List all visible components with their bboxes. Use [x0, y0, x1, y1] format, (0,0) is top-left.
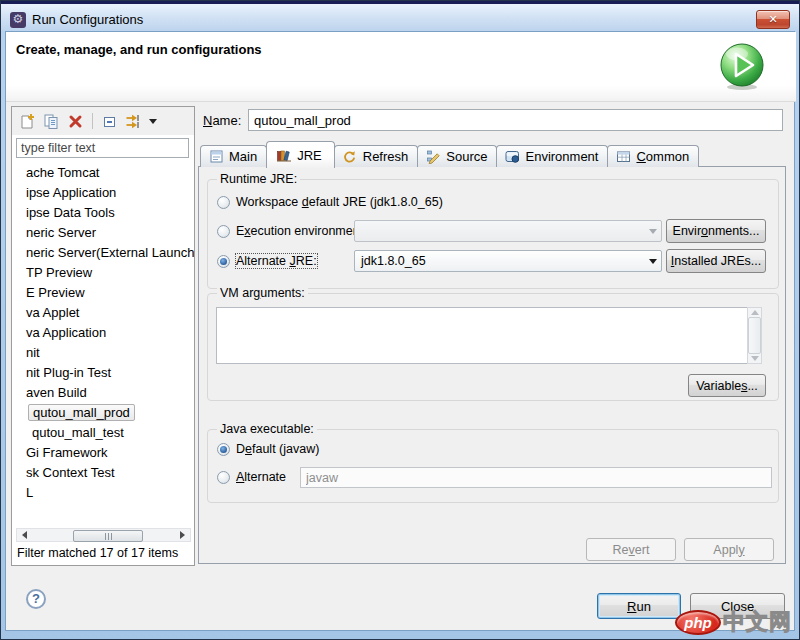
close-button[interactable]: Close [690, 593, 785, 619]
scroll-up-icon[interactable] [751, 310, 759, 315]
alternate-jre-radio[interactable] [217, 255, 230, 268]
alternate-jre-option: Alternate JRE: [217, 254, 317, 268]
banner-title: Create, manage, and run configurations [16, 42, 262, 57]
scrollbar-thumb[interactable] [748, 317, 761, 354]
tab-refresh[interactable]: Refresh [334, 145, 419, 167]
runtime-jre-group: Runtime JRE: Workspace default JRE (jdk1… [207, 179, 779, 289]
tab-bar: Main JRE Refresh [200, 140, 698, 167]
help-button[interactable]: ? [26, 589, 46, 609]
alternate-executable-input[interactable] [300, 467, 772, 488]
collapse-all-icon[interactable] [100, 112, 119, 131]
tree-item[interactable]: E Preview [12, 283, 194, 303]
toolbar-menu-caret-icon[interactable] [149, 119, 157, 124]
tree-item[interactable]: nit [12, 343, 194, 363]
tree-toolbar [12, 107, 194, 135]
java-executable-group: Java executable: Default (javaw) Alterna… [207, 429, 779, 503]
tree-horizontal-scrollbar[interactable] [16, 528, 191, 542]
alternate-executable-radio[interactable] [217, 471, 230, 484]
run-orb-icon [718, 42, 766, 93]
tab-common[interactable]: Common [607, 145, 699, 167]
variables-button[interactable]: Variables... [688, 374, 766, 397]
alternate-executable-option: Alternate [217, 470, 286, 484]
refresh-tab-icon [342, 149, 358, 165]
execution-environment-combo[interactable] [354, 220, 662, 242]
new-launch-configuration-icon[interactable] [18, 112, 37, 131]
vm-arguments-scrollbar[interactable] [747, 307, 762, 364]
tree-item[interactable]: sk Context Test [12, 463, 194, 483]
app-gear-icon: ⚙ [10, 12, 26, 28]
toolbar-separator [92, 113, 93, 129]
name-label: Name: [203, 113, 241, 128]
configuration-tree: ache Tomcat ipse Application ipse Data T… [12, 163, 194, 503]
tree-item[interactable]: neric Server [12, 223, 194, 243]
titlebar: ⚙ Run Configurations ✕ [1, 1, 799, 31]
environment-tab-icon [504, 149, 520, 165]
vm-arguments-group: VM arguments: Variables... [207, 293, 779, 401]
tree-item[interactable]: aven Build [12, 383, 194, 403]
tree-item[interactable]: ipse Application [12, 183, 194, 203]
scroll-right-icon[interactable] [175, 529, 190, 541]
combo-caret-icon [649, 229, 657, 234]
tree-item[interactable]: L [12, 483, 194, 503]
vm-arguments-label: VM arguments: [217, 286, 308, 300]
main-tab-icon [208, 149, 224, 165]
tab-source[interactable]: Source [417, 145, 497, 167]
scroll-left-icon[interactable] [17, 529, 32, 541]
run-configurations-dialog: ⚙ Run Configurations ✕ Create, manage, a… [0, 0, 800, 640]
filter-status-text: Filter matched 17 of 17 items [17, 546, 178, 560]
name-input[interactable] [248, 109, 783, 131]
delete-configuration-icon[interactable] [66, 112, 85, 131]
tree-item[interactable]: Gi Framework [12, 443, 194, 463]
execution-environment-option: Execution environment: [217, 224, 367, 238]
tree-item[interactable]: nit Plug-in Test [12, 363, 194, 383]
tree-item[interactable]: TP Preview [12, 263, 194, 283]
common-tab-icon [615, 149, 631, 165]
tree-item[interactable]: ache Tomcat [12, 163, 194, 183]
close-icon: ✕ [768, 13, 777, 25]
duplicate-configuration-icon[interactable] [42, 112, 61, 131]
close-window-button[interactable]: ✕ [756, 10, 790, 29]
scroll-down-icon[interactable] [751, 356, 759, 361]
filter-icon[interactable] [124, 112, 143, 131]
combo-caret-icon [649, 259, 657, 264]
workspace-default-jre-option: Workspace default JRE (jdk1.8.0_65) [217, 195, 443, 209]
alternate-jre-combo[interactable]: jdk1.8.0_65 [354, 250, 662, 272]
dialog-client-area: Create, manage, and run configurations [5, 31, 795, 631]
tree-item[interactable]: va Applet [12, 303, 194, 323]
runtime-jre-label: Runtime JRE: [217, 172, 300, 186]
filter-input[interactable] [16, 138, 189, 158]
default-javaw-radio[interactable] [217, 443, 230, 456]
tree-item[interactable]: va Application [12, 323, 194, 343]
revert-button[interactable]: Revert [586, 538, 676, 561]
window-title: Run Configurations [32, 12, 143, 27]
tab-environment[interactable]: Environment [496, 145, 608, 167]
config-tree-panel: ache Tomcat ipse Application ipse Data T… [11, 106, 195, 566]
workspace-default-jre-radio[interactable] [217, 196, 230, 209]
run-button[interactable]: Run [597, 593, 681, 619]
tree-item[interactable]: ipse Data Tools [12, 203, 194, 223]
java-executable-label: Java executable: [217, 422, 317, 436]
scrollbar-thumb[interactable] [73, 530, 143, 542]
tree-item[interactable]: neric Server(External Launch) [12, 243, 194, 263]
source-tab-icon [425, 149, 441, 165]
jre-tab-icon [276, 147, 292, 163]
tab-jre[interactable]: JRE [266, 141, 335, 168]
vm-arguments-textarea[interactable] [216, 307, 747, 364]
apply-button[interactable]: Apply [684, 538, 774, 561]
environments-button[interactable]: Environments... [666, 219, 766, 243]
tab-main[interactable]: Main [200, 145, 267, 167]
installed-jres-button[interactable]: Installed JREs... [666, 249, 766, 273]
tree-item[interactable]: qutou_mall_test [12, 423, 194, 443]
tree-item-selected[interactable]: qutou_mall_prod [12, 403, 194, 423]
header-banner: Create, manage, and run configurations [6, 32, 796, 102]
configuration-form-panel: Name: Main JRE [198, 106, 788, 564]
execution-environment-radio[interactable] [217, 225, 230, 238]
jre-tab-content: Runtime JRE: Workspace default JRE (jdk1… [198, 166, 786, 564]
default-javaw-option: Default (javaw) [217, 442, 319, 456]
